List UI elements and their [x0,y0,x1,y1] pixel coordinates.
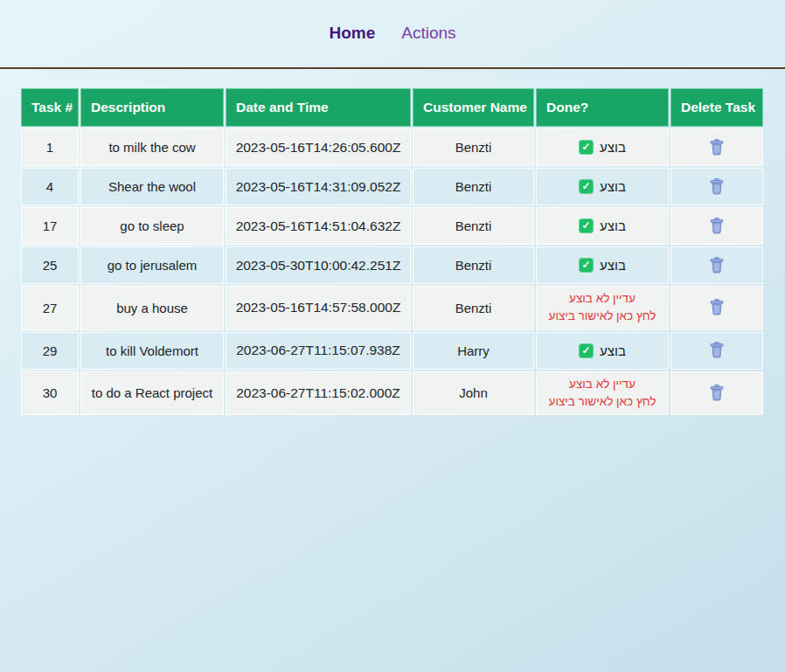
customer-cell: Benzti [413,168,534,205]
task-number-cell: 25 [21,246,79,284]
table-row: 17 go to sleep 2023-05-16T14:51:04.632Z … [21,207,763,245]
check-icon: ✓ [579,343,594,358]
customer-cell: Benzti [413,207,534,245]
description-cell: to milk the cow [80,128,224,166]
done-cell: ✓ בוצע [536,128,669,166]
customer-cell: Benzti [413,286,534,330]
delete-task-button[interactable] [708,383,726,403]
table-row: 1 to milk the cow 2023-05-16T14:26:05.60… [21,128,763,166]
task-number-cell: 1 [21,128,79,166]
check-icon: ✓ [579,179,594,194]
delete-task-button[interactable] [708,137,726,157]
col-header-task-number: Task # [21,88,79,127]
datetime-cell: 2023-06-27T11:15:07.938Z [226,332,411,370]
top-nav: Home Actions [0,0,785,67]
col-header-description: Description [80,88,224,127]
customer-cell: John [413,371,534,416]
task-number-cell: 4 [21,168,79,205]
delete-cell [670,371,763,416]
datetime-cell: 2023-05-16T14:31:09.052Z [226,168,411,205]
table-row: 4 Shear the wool 2023-05-16T14:31:09.052… [21,168,763,205]
description-cell: to do a React project [80,371,224,416]
done-label: בוצע [600,258,626,273]
not-done-line2: לחץ כאן לאישור ביצוע [549,393,656,411]
done-label: בוצע [600,140,626,155]
delete-task-button[interactable] [708,340,726,360]
customer-cell: Benzti [413,246,534,284]
col-header-date-time: Date and Time [226,88,411,127]
delete-task-button[interactable] [708,216,726,236]
table-row: 27 buy a house 2023-05-16T14:57:58.000Z … [21,286,763,330]
col-header-done: Done? [536,88,669,127]
description-cell: go to sleep [80,207,224,245]
description-cell: Shear the wool [80,168,224,205]
check-icon: ✓ [579,218,594,233]
description-cell: go to jerusalem [80,246,224,284]
delete-cell [670,207,763,245]
trash-icon [710,139,724,156]
delete-cell [670,128,763,166]
task-number-cell: 29 [21,332,79,370]
delete-task-button[interactable] [708,297,726,317]
delete-cell [670,286,763,330]
delete-cell [670,246,763,284]
done-label: בוצע [600,179,626,194]
tasks-table: Task # Description Date and Time Custome… [19,87,765,417]
confirm-done-button[interactable]: עדיין לא בוצע לחץ כאן לאישור ביצוע [538,290,666,326]
customer-cell: Benzti [413,128,534,166]
nav-link-home[interactable]: Home [329,24,375,43]
trash-icon [710,218,724,234]
trash-icon [710,178,724,195]
delete-task-button[interactable] [708,177,726,197]
customer-cell: Harry [413,332,534,370]
table-row: 29 to kill Voldemort 2023-06-27T11:15:07… [21,332,763,370]
done-cell: עדיין לא בוצע לחץ כאן לאישור ביצוע [536,371,669,416]
done-label: בוצע [600,218,626,233]
done-status: ✓ בוצע [538,140,666,155]
done-status: ✓ בוצע [538,179,666,194]
table-row: 25 go to jerusalem 2023-05-30T10:00:42.2… [21,246,763,284]
done-cell: ✓ בוצע [536,246,669,284]
confirm-done-button[interactable]: עדיין לא בוצע לחץ כאן לאישור ביצוע [538,376,666,412]
check-icon: ✓ [579,258,594,273]
col-header-delete-task: Delete Task [670,88,763,127]
tasks-section: Task # Description Date and Time Custome… [0,69,785,417]
datetime-cell: 2023-05-16T14:57:58.000Z [226,286,411,330]
done-status: ✓ בוצע [538,258,666,273]
done-cell: ✓ בוצע [536,168,669,205]
not-done-line2: לחץ כאן לאישור ביצוע [549,308,656,325]
done-status: ✓ בוצע [538,343,666,358]
trash-icon [710,342,724,358]
done-cell: עדיין לא בוצע לחץ כאן לאישור ביצוע [536,286,669,330]
task-number-cell: 27 [21,286,79,330]
task-number-cell: 17 [21,207,79,245]
done-label: בוצע [600,343,626,358]
nav-link-actions[interactable]: Actions [401,24,455,43]
done-cell: ✓ בוצע [536,207,669,245]
datetime-cell: 2023-05-30T10:00:42.251Z [226,246,411,284]
description-cell: buy a house [80,286,224,330]
check-icon: ✓ [579,140,594,155]
table-row: 30 to do a React project 2023-06-27T11:1… [21,371,763,416]
not-done-line1: עדיין לא בוצע [569,376,636,393]
delete-cell [670,168,763,205]
trash-icon [710,384,724,401]
not-done-line1: עדיין לא בוצע [569,290,636,308]
datetime-cell: 2023-05-16T14:26:05.600Z [226,128,411,166]
delete-cell [670,332,763,370]
trash-icon [710,299,724,315]
delete-task-button[interactable] [708,255,726,275]
task-number-cell: 30 [21,371,79,416]
done-status: ✓ בוצע [538,218,666,233]
description-cell: to kill Voldemort [80,332,224,370]
trash-icon [710,257,724,274]
col-header-customer-name: Customer Name [413,88,534,127]
table-header-row: Task # Description Date and Time Custome… [21,88,763,127]
datetime-cell: 2023-06-27T11:15:02.000Z [226,371,411,416]
done-cell: ✓ בוצע [536,332,669,370]
datetime-cell: 2023-05-16T14:51:04.632Z [226,207,411,245]
